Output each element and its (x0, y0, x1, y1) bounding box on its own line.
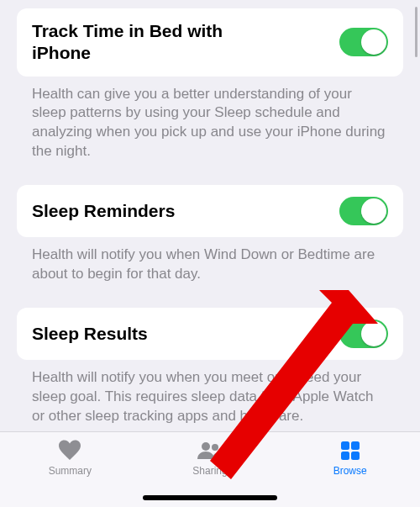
toggle-sleep-results[interactable] (339, 320, 388, 348)
svg-rect-4 (341, 452, 349, 460)
toggle-track-time-in-bed[interactable] (339, 28, 388, 56)
desc-results: Health will notify you when you meet or … (17, 360, 403, 441)
desc-track: Health can give you a better understandi… (17, 77, 403, 177)
row-sleep-results: Sleep Results (17, 308, 403, 360)
svg-point-0 (202, 442, 210, 451)
tab-summary[interactable]: Summary (0, 432, 140, 507)
svg-rect-2 (341, 441, 349, 450)
svg-point-1 (212, 444, 218, 451)
row-title-reminders: Sleep Reminders (32, 200, 175, 222)
tab-browse[interactable]: Browse (280, 432, 420, 507)
toggle-sleep-reminders[interactable] (339, 197, 388, 225)
toggle-knob (361, 321, 386, 346)
heart-icon (55, 439, 84, 462)
desc-reminders: Health will notify you when Wind Down or… (17, 237, 403, 299)
tab-bar: Summary Sharing Browse (0, 431, 420, 507)
svg-rect-3 (351, 441, 360, 450)
toggle-knob (361, 198, 386, 224)
tab-label-summary: Summary (49, 465, 92, 477)
row-track-time-in-bed: Track Time in Bed with iPhone (17, 8, 403, 77)
home-indicator (143, 495, 277, 500)
row-title-results: Sleep Results (32, 323, 148, 345)
tab-label-sharing: Sharing (192, 465, 227, 477)
toggle-knob (361, 29, 386, 55)
row-sleep-reminders: Sleep Reminders (17, 185, 403, 237)
scrollbar[interactable] (415, 7, 417, 57)
svg-rect-5 (351, 452, 360, 460)
tab-label-browse: Browse (333, 465, 367, 477)
grid-icon (336, 439, 365, 462)
row-title-track: Track Time in Bed with iPhone (32, 20, 284, 65)
people-icon (196, 439, 224, 462)
